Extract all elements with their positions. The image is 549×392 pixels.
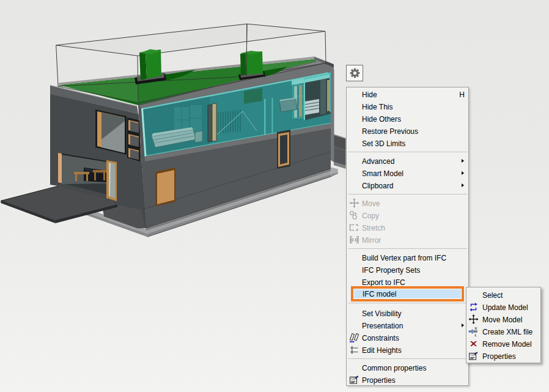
- svg-text:L: L: [474, 333, 477, 336]
